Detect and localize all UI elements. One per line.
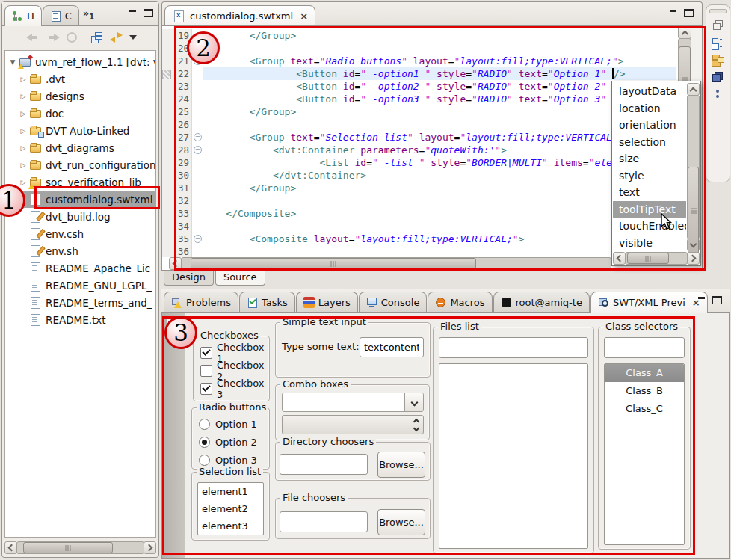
code-line[interactable]: 27 <Group text="Selection list" layout="…: [162, 131, 676, 144]
fold-marker[interactable]: [191, 144, 203, 156]
maximize-icon[interactable]: [712, 296, 722, 304]
code-line[interactable]: 24 <Button id=" -option3 " style="RADIO"…: [162, 93, 676, 105]
code-line[interactable]: 20: [162, 42, 676, 55]
directory-input[interactable]: [280, 454, 368, 475]
tab-design[interactable]: Design: [164, 271, 214, 286]
code-line[interactable]: 19 </Group>: [162, 29, 676, 42]
autocomplete-item[interactable]: text: [613, 184, 686, 201]
checkbox[interactable]: [200, 383, 212, 395]
checkbox[interactable]: [200, 347, 212, 359]
chevron-down-icon[interactable]: [404, 393, 423, 411]
autocomplete-item[interactable]: layoutData: [613, 83, 686, 100]
tree-item[interactable]: README_GNU_LGPL_: [5, 277, 155, 294]
class-filter-input[interactable]: [604, 337, 685, 358]
tree-item[interactable]: ▷dvt_diagrams: [5, 139, 155, 156]
code-line[interactable]: 22 <Button id=" -option1 " style="RADIO"…: [162, 67, 676, 80]
bottom-tab-swt-xml-previ[interactable]: SWT/XML Previ×: [590, 292, 708, 313]
code-line[interactable]: 30 </dvt:Container>: [162, 169, 676, 182]
tree-item[interactable]: ▼uvm_ref_flow_1.1 [dvt: v: [5, 53, 155, 70]
windows-view-icon[interactable]: [712, 72, 724, 82]
close-icon[interactable]: ×: [300, 10, 308, 22]
scroll-up-icon[interactable]: [678, 26, 691, 39]
code-line[interactable]: 21 <Group text="Radio buttons" layout="l…: [162, 55, 676, 67]
tree-item[interactable]: ▷designs: [5, 87, 155, 105]
combo-box-2[interactable]: [282, 415, 424, 434]
fold-marker[interactable]: [191, 131, 203, 144]
list-item[interactable]: element1: [198, 483, 263, 500]
autocomplete-vscrollbar[interactable]: [687, 83, 700, 251]
tray-drag-handle[interactable]: [709, 9, 727, 13]
bottom-tab-root-amiq-te[interactable]: root@amiq-te: [493, 292, 590, 312]
outline-view-icon[interactable]: [712, 37, 724, 48]
scroll-left-icon[interactable]: [169, 257, 182, 270]
tree-item[interactable]: env.csh: [5, 225, 155, 242]
tree-item[interactable]: ▷doc: [5, 105, 155, 122]
scroll-up-icon[interactable]: [687, 83, 700, 96]
autocomplete-item[interactable]: style: [613, 167, 686, 185]
checkbox-item[interactable]: Checkbox 3: [194, 380, 269, 398]
autocomplete-item[interactable]: size: [613, 150, 686, 167]
radio-item[interactable]: Option 1: [192, 415, 269, 433]
files-list[interactable]: [439, 363, 588, 549]
editor-tab-customdialog[interactable]: customdialog.swtxml ×: [164, 5, 315, 26]
maximize-icon[interactable]: [144, 9, 153, 17]
scroll-left-icon[interactable]: [4, 541, 17, 554]
tab-hierarchy[interactable]: H: [4, 5, 42, 26]
tree-item[interactable]: customdialog.swtxml: [5, 191, 155, 208]
class-list[interactable]: Class_AClass_BClass_C: [604, 363, 685, 545]
class-list-item[interactable]: Class_B: [605, 382, 684, 400]
tree-item[interactable]: env.sh: [5, 242, 155, 259]
code-line[interactable]: 32: [162, 194, 676, 207]
bottom-tab-macros[interactable]: Macros: [428, 292, 492, 312]
tree-collapsed-arrow[interactable]: ▷: [18, 144, 28, 152]
tree-item[interactable]: README.txt: [5, 311, 155, 328]
class-list-item[interactable]: Class_C: [605, 400, 684, 418]
list-item[interactable]: element2: [198, 500, 263, 517]
up-icon[interactable]: [67, 32, 77, 43]
tab-source[interactable]: Source: [215, 271, 265, 286]
selection-list[interactable]: element1element2element3: [197, 482, 264, 535]
combo-box-1[interactable]: [282, 393, 424, 412]
autocomplete-item[interactable]: toolTipText: [613, 201, 686, 218]
tree-expanded-arrow[interactable]: ▼: [7, 58, 18, 66]
bottom-tab-console[interactable]: Console: [359, 292, 428, 312]
forward-icon[interactable]: [46, 32, 60, 43]
fold-marker[interactable]: [191, 233, 203, 245]
maximize-icon[interactable]: [684, 9, 694, 17]
autocomplete-item[interactable]: orientation: [613, 117, 686, 134]
autocomplete-item[interactable]: location: [613, 100, 686, 117]
list-item[interactable]: element3: [198, 517, 263, 535]
tree-item[interactable]: README_Apache_Lic: [5, 259, 155, 277]
tree-item[interactable]: README_terms_and_: [5, 294, 155, 311]
more-views-icon[interactable]: [712, 89, 724, 99]
code-line[interactable]: 36: [162, 245, 676, 257]
sidebar-hscrollbar[interactable]: [4, 541, 156, 554]
tree-item[interactable]: ▷soc_verification_lib: [5, 173, 155, 191]
code-line[interactable]: 26: [162, 118, 676, 131]
tree-item[interactable]: ▷.dvt: [5, 70, 155, 87]
tree-collapsed-arrow[interactable]: ▷: [18, 76, 28, 83]
code-line[interactable]: 29 <List id=" -list " style="BORDER|MULT…: [162, 156, 676, 169]
tab-compile[interactable]: C: [43, 5, 79, 25]
editor-hscrollbar[interactable]: [169, 257, 611, 270]
files-filter-input[interactable]: [439, 337, 588, 358]
bottom-tab-layers[interactable]: Layers: [296, 292, 358, 312]
tree-item[interactable]: dvt_build.log: [5, 208, 155, 225]
file-input[interactable]: [280, 511, 368, 532]
autocomplete-item[interactable]: visible: [613, 235, 686, 252]
minimize-icon[interactable]: [669, 9, 679, 17]
scroll-right-icon[interactable]: [687, 252, 700, 265]
link-with-editor-icon[interactable]: [110, 32, 123, 43]
code-line[interactable]: 34: [162, 220, 676, 233]
radio-button[interactable]: [199, 455, 210, 466]
view-menu-icon[interactable]: [129, 35, 137, 40]
tree-collapsed-arrow[interactable]: ▷: [18, 161, 28, 169]
bottom-tab-tasks[interactable]: Tasks: [239, 292, 295, 312]
class-list-item[interactable]: Class_A: [605, 364, 684, 382]
code-line[interactable]: 35 <Composite layout="layout:fill;type:V…: [162, 233, 676, 245]
scroll-right-icon[interactable]: [144, 541, 156, 554]
restore-view-icon[interactable]: [712, 20, 724, 31]
minimize-icon[interactable]: [697, 296, 707, 304]
autocomplete-item[interactable]: selection: [613, 134, 686, 151]
collapse-all-icon[interactable]: [91, 32, 103, 43]
